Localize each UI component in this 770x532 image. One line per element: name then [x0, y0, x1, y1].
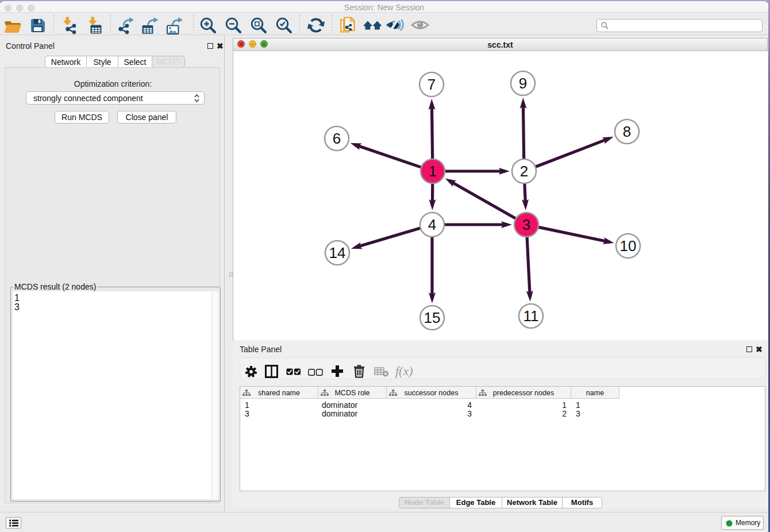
svg-text:11: 11 — [523, 307, 539, 325]
svg-text:6: 6 — [333, 130, 341, 147]
svg-text:1: 1 — [429, 163, 437, 180]
svg-text:9: 9 — [519, 75, 527, 92]
svg-text:4: 4 — [428, 216, 436, 233]
svg-text:8: 8 — [623, 123, 631, 140]
svg-text:3: 3 — [522, 216, 530, 233]
svg-text:7: 7 — [428, 76, 436, 93]
svg-text:14: 14 — [329, 244, 346, 261]
svg-text:10: 10 — [620, 237, 637, 255]
svg-text:15: 15 — [424, 309, 441, 326]
svg-text:2: 2 — [520, 163, 528, 180]
